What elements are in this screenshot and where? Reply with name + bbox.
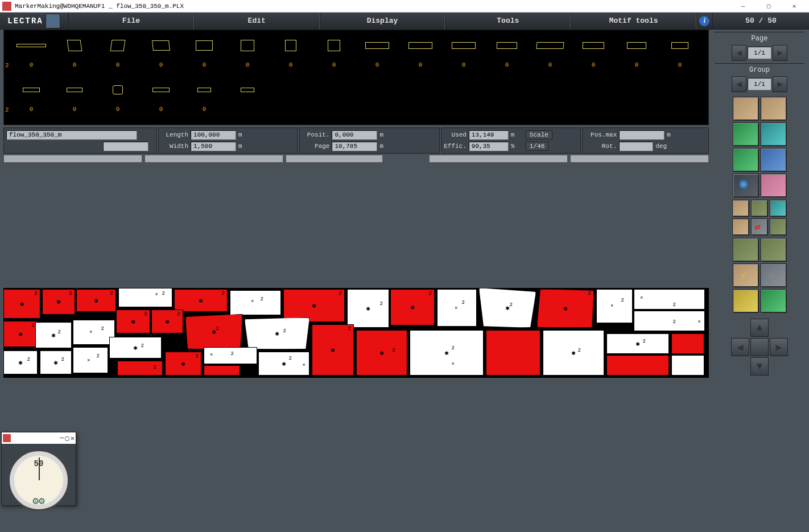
menu-edit[interactable]: Edit [194, 13, 320, 29]
marker-piece[interactable]: ✱2× [410, 330, 484, 376]
bin-piece[interactable] [10, 80, 53, 100]
bin-piece[interactable] [442, 36, 485, 55]
tool-grid-a[interactable] [732, 200, 749, 217]
tool-align-variant[interactable] [761, 122, 787, 146]
marker-piece[interactable]: ×2 [437, 289, 477, 327]
window-maximize[interactable]: ▢ [756, 1, 781, 12]
tool-align-left[interactable] [733, 122, 759, 146]
bin-piece[interactable] [183, 80, 226, 100]
marker-piece[interactable]: ×2 [73, 347, 108, 373]
marker-piece[interactable]: ×2 [118, 288, 172, 307]
marker-piece[interactable]: ✱2× [258, 352, 309, 376]
bin-piece[interactable] [183, 36, 226, 55]
marker-piece[interactable]: ✱2 [245, 317, 309, 349]
menu-motif-tools[interactable]: Motif tools [571, 13, 696, 29]
gauge-window[interactable]: — ▢ ✕ 50 ⚙⚙ [1, 432, 76, 506]
info-button[interactable]: i [696, 13, 712, 29]
marker-canvas[interactable]: ✱2 ✱2 ✱2 ×2 ✱2 ×2 ✱2 ✱2 ✱2 ×2 ✱2 ✱2 ×2 ×… [3, 164, 709, 531]
marker-piece[interactable]: ✱2 [185, 314, 242, 349]
bin-piece[interactable] [226, 36, 269, 55]
gauge-titlebar[interactable]: — ▢ ✕ [2, 432, 76, 444]
posit-input[interactable] [332, 130, 377, 140]
tool-step-a[interactable] [732, 218, 749, 236]
marker-piece[interactable]: ✱2 [151, 310, 183, 333]
posmax-input[interactable] [619, 130, 664, 140]
bin-piece[interactable] [356, 36, 399, 55]
menu-tools[interactable]: Tools [445, 13, 571, 29]
marker-piece[interactable]: ×2 [73, 320, 115, 345]
bin-piece[interactable] [96, 80, 139, 100]
marker-name-input[interactable] [6, 130, 137, 140]
pan-center-button[interactable] [750, 338, 769, 356]
bin-piece[interactable] [96, 36, 139, 55]
width-input[interactable] [191, 142, 236, 151]
tool-move[interactable] [761, 174, 787, 197]
tool-arrange-up[interactable] [733, 97, 759, 121]
marker-piece[interactable]: ✱2 [543, 330, 604, 376]
marker-piece[interactable]: ✱2 [3, 289, 40, 319]
bin-piece[interactable] [312, 36, 356, 55]
length-input[interactable] [191, 130, 236, 140]
marker-piece[interactable]: ×2 [596, 289, 633, 323]
tool-step-b[interactable] [770, 218, 787, 236]
tool-opt-b[interactable] [761, 238, 787, 262]
pan-up-button[interactable]: ▲ [750, 319, 769, 337]
window-close[interactable]: ✕ [782, 1, 807, 12]
marker-piece[interactable]: ✱2 [283, 289, 345, 322]
gauge-maximize[interactable]: ▢ [65, 434, 69, 443]
marker-piece[interactable] [671, 333, 704, 354]
marker-piece[interactable]: ✱2 [116, 310, 150, 333]
bin-piece[interactable] [529, 36, 572, 55]
marker-piece[interactable]: ✱2 [537, 289, 594, 328]
marker-piece[interactable]: ✱2 [3, 321, 38, 347]
bin-piece[interactable] [10, 36, 53, 55]
marker-piece[interactable]: ×2 [634, 289, 705, 310]
marker-piece[interactable] [671, 355, 704, 376]
tool-rotate[interactable] [733, 148, 759, 172]
tool-auto-b[interactable]: ⚙ [761, 263, 787, 287]
marker-piece[interactable]: ✱2 [35, 322, 72, 348]
tool-spec-a[interactable] [733, 289, 759, 313]
bin-piece[interactable] [139, 36, 183, 55]
marker-piece[interactable]: ✱2 [606, 333, 669, 354]
window-minimize[interactable]: — [730, 1, 756, 12]
marker-piece[interactable]: ✱2 [76, 289, 116, 312]
group-prev-button[interactable]: ◀ [732, 76, 746, 92]
tool-grid-b[interactable] [751, 200, 768, 217]
page-input[interactable] [332, 142, 377, 151]
bin-piece[interactable] [53, 80, 96, 100]
marker-piece[interactable]: ✱2 [312, 324, 354, 376]
bin-piece[interactable] [485, 36, 529, 55]
tool-swap[interactable]: ⇄ [751, 218, 768, 236]
tool-arrange-down[interactable] [761, 97, 787, 121]
marker-piece[interactable] [204, 365, 240, 376]
marker-piece[interactable]: ✱2 [356, 330, 407, 376]
effic-input[interactable] [469, 142, 509, 151]
bin-piece[interactable] [139, 80, 183, 100]
tool-zoom[interactable] [733, 174, 759, 197]
marker-piece[interactable] [486, 330, 540, 376]
bin-piece[interactable] [572, 36, 615, 55]
menu-display[interactable]: Display [320, 13, 445, 29]
tool-flip[interactable] [761, 148, 787, 172]
secondary-input[interactable] [103, 142, 148, 151]
pan-right-button[interactable]: ▶ [770, 338, 788, 356]
marker-piece[interactable]: ×2 [204, 347, 257, 364]
marker-piece[interactable]: ✱2 [3, 350, 38, 374]
marker-piece[interactable]: ✱2 [174, 289, 228, 312]
bin-piece[interactable] [269, 36, 312, 55]
marker-piece[interactable] [606, 355, 669, 376]
gauge-close[interactable]: ✕ [71, 434, 75, 443]
group-nav-input[interactable] [748, 78, 771, 90]
bin-piece[interactable] [658, 36, 701, 55]
used-input[interactable] [469, 130, 509, 140]
rot-input[interactable] [619, 142, 653, 151]
pan-left-button[interactable]: ◀ [731, 338, 749, 356]
marker-piece[interactable]: ✱2 [479, 288, 536, 328]
tool-opt-a[interactable] [733, 238, 759, 262]
marker-piece[interactable]: ×2 [634, 311, 705, 331]
menu-file[interactable]: File [68, 13, 194, 29]
bin-piece[interactable] [226, 80, 269, 100]
tool-spec-b[interactable] [761, 289, 787, 313]
bin-piece[interactable] [53, 36, 96, 55]
